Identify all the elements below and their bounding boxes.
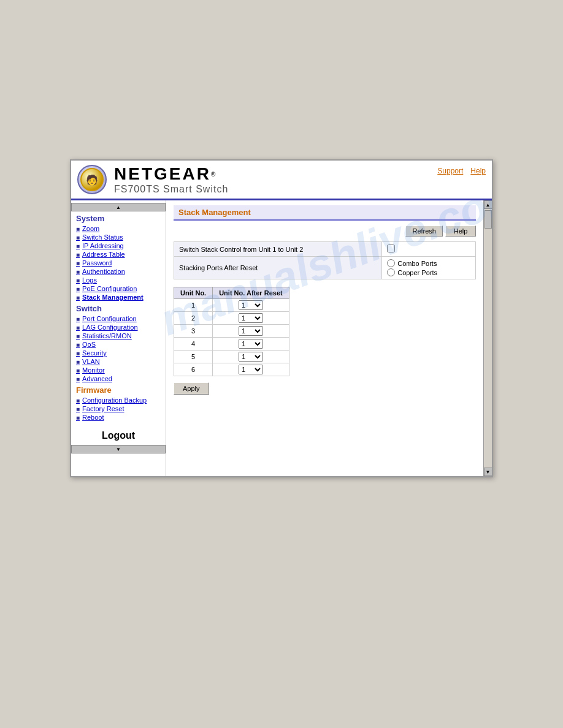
sidebar-scroll-up[interactable]: ▲ xyxy=(71,203,166,211)
stack-control-checkbox[interactable] xyxy=(387,245,395,252)
table-row: 5123456 xyxy=(174,351,289,363)
unit-1-select[interactable]: 123456 xyxy=(239,300,263,310)
unit-no-after-reset-col-header: Unit No. After Reset xyxy=(213,287,289,299)
bullet-authentication: ■ xyxy=(76,268,80,275)
header: 🧑 NETGEAR® FS700TS Smart Switch Support … xyxy=(71,161,492,200)
scroll-down-arrow[interactable]: ▼ xyxy=(484,468,492,476)
bullet-reboot: ■ xyxy=(76,414,80,421)
table-row: 3123456 xyxy=(174,325,289,338)
unit-4-select[interactable]: 123456 xyxy=(239,339,263,349)
bullet-address-table: ■ xyxy=(76,251,80,258)
bullet-zoom: ■ xyxy=(76,226,80,232)
unit-2-select[interactable]: 123456 xyxy=(239,313,263,323)
unit-number-cell: 5 xyxy=(174,351,213,363)
unit-number-cell: 1 xyxy=(174,299,213,312)
sidebar-item-security[interactable]: ■ Security xyxy=(71,349,166,357)
unit-select-cell: 123456 xyxy=(213,299,289,312)
bullet-stack-management: ■ xyxy=(76,294,80,301)
copper-ports-option: Copper Ports xyxy=(387,268,470,276)
stack-control-value xyxy=(382,242,476,257)
sidebar-item-lag-configuration[interactable]: ■ LAG Configuration xyxy=(71,323,166,332)
bullet-vlan: ■ xyxy=(76,358,80,365)
system-section-title: System xyxy=(71,211,166,224)
sidebar-item-factory-reset[interactable]: ■ Factory Reset xyxy=(71,404,166,413)
brand-title: NETGEAR® FS700TS Smart Switch xyxy=(114,164,228,195)
sidebar-item-address-table[interactable]: ■ Address Table xyxy=(71,250,166,259)
bullet-poe: ■ xyxy=(76,286,80,292)
scroll-up-arrow[interactable]: ▲ xyxy=(484,200,492,209)
bullet-statistics: ■ xyxy=(76,333,80,339)
bullet-lag-config: ■ xyxy=(76,324,80,331)
radio-group: Combo Ports Copper Ports xyxy=(387,259,470,276)
bullet-monitor: ■ xyxy=(76,367,80,374)
sidebar-item-password[interactable]: ■ Password xyxy=(71,259,166,267)
sidebar-item-authentication[interactable]: ■ Authentication xyxy=(71,267,166,276)
toolbar: Refresh Help xyxy=(174,226,476,237)
browser-window: 🧑 NETGEAR® FS700TS Smart Switch Support … xyxy=(70,159,493,477)
page-title: Stack Management xyxy=(178,208,251,217)
bullet-qos: ■ xyxy=(76,341,80,348)
unit-number-cell: 6 xyxy=(174,363,213,376)
scrollbar: ▲ ▼ xyxy=(483,200,492,476)
table-row: 6123456 xyxy=(174,363,289,376)
support-link[interactable]: Support xyxy=(437,167,463,175)
bullet-ip-addressing: ■ xyxy=(76,243,80,249)
unit-6-select[interactable]: 123456 xyxy=(239,365,263,374)
unit-number-cell: 3 xyxy=(174,325,213,338)
unit-select-cell: 123456 xyxy=(213,363,289,376)
unit-3-select[interactable]: 123456 xyxy=(239,326,263,336)
sidebar-item-statistics-rmon[interactable]: ■ Statistics/RMON xyxy=(71,332,166,340)
sidebar-item-port-configuration[interactable]: ■ Port Configuration xyxy=(71,314,166,323)
unit-select-cell: 123456 xyxy=(213,312,289,325)
unit-select-cell: 123456 xyxy=(213,338,289,351)
sidebar-scroll-down[interactable]: ▼ xyxy=(71,445,166,453)
unit-table-header: Unit No. Unit No. After Reset xyxy=(174,287,289,299)
apply-button[interactable]: Apply xyxy=(174,382,209,395)
scroll-thumb[interactable] xyxy=(484,210,492,229)
bullet-factory-reset: ■ xyxy=(76,406,80,412)
page-title-bar: Stack Management xyxy=(174,205,476,221)
unit-table: Unit No. Unit No. After Reset 1123456212… xyxy=(174,287,289,376)
sidebar-item-vlan[interactable]: ■ VLAN xyxy=(71,357,166,366)
sidebar-item-ip-addressing[interactable]: ■ IP Addressing xyxy=(71,241,166,250)
main-panel: Stack Management Refresh Help Switch Sta… xyxy=(166,200,483,476)
bullet-advanced: ■ xyxy=(76,376,80,382)
sidebar-item-reboot[interactable]: ■ Reboot xyxy=(71,413,166,422)
sidebar: ▲ System ■ Zoom ■ Switch Status ■ IP Add… xyxy=(71,200,166,476)
header-links: Support Help xyxy=(437,164,486,175)
bullet-port-config: ■ xyxy=(76,316,80,322)
sidebar-item-monitor[interactable]: ■ Monitor xyxy=(71,366,166,374)
help-button[interactable]: Help xyxy=(445,226,476,237)
sidebar-item-poe-configuration[interactable]: ■ PoE Configuration xyxy=(71,284,166,293)
sidebar-item-switch-status[interactable]: ■ Switch Status xyxy=(71,233,166,241)
logout-area: Logout xyxy=(71,422,166,445)
product-name: FS700TS Smart Switch xyxy=(114,184,228,195)
bullet-security: ■ xyxy=(76,350,80,357)
unit-5-select[interactable]: 123456 xyxy=(239,352,263,362)
unit-select-cell: 123456 xyxy=(213,351,289,363)
stacking-ports-value: Combo Ports Copper Ports xyxy=(382,257,476,279)
header-left: 🧑 NETGEAR® FS700TS Smart Switch xyxy=(77,164,228,195)
help-link[interactable]: Help xyxy=(470,167,486,175)
sidebar-item-advanced[interactable]: ■ Advanced xyxy=(71,374,166,383)
sidebar-item-zoom[interactable]: ■ Zoom xyxy=(71,224,166,233)
table-row: 2123456 xyxy=(174,312,289,325)
bullet-password: ■ xyxy=(76,260,80,267)
unit-number-cell: 2 xyxy=(174,312,213,325)
sidebar-item-stack-management[interactable]: ■ Stack Management xyxy=(71,293,166,301)
refresh-button[interactable]: Refresh xyxy=(405,226,443,237)
table-row: 4123456 xyxy=(174,338,289,351)
combo-ports-radio[interactable] xyxy=(387,259,395,267)
sidebar-item-config-backup[interactable]: ■ Configuration Backup xyxy=(71,396,166,404)
copper-ports-radio[interactable] xyxy=(387,268,395,276)
unit-number-cell: 4 xyxy=(174,338,213,351)
sidebar-item-qos[interactable]: ■ QoS xyxy=(71,340,166,349)
netgear-logo: 🧑 xyxy=(77,165,107,194)
netgear-brand: NETGEAR® xyxy=(114,164,228,184)
stack-control-label: Switch Stack Control from Unit 1 to Unit… xyxy=(174,242,382,257)
firmware-section-title: Firmware xyxy=(71,383,166,396)
table-row: 1123456 xyxy=(174,299,289,312)
sidebar-item-logs[interactable]: ■ Logs xyxy=(71,276,166,284)
form-table: Switch Stack Control from Unit 1 to Unit… xyxy=(174,241,476,279)
logout-link[interactable]: Logout xyxy=(102,430,135,441)
